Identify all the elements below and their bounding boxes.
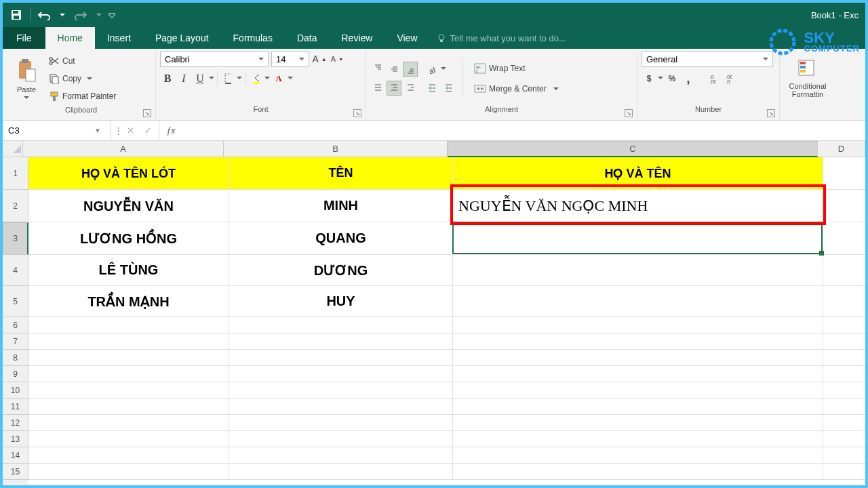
conditional-formatting-button[interactable]: Conditional Formattin [784,52,831,106]
cell-A7[interactable] [28,333,229,350]
font-color-button[interactable]: A [271,71,286,86]
row-header-4[interactable]: 4 [3,255,28,286]
font-dialog-launcher[interactable]: ↘ [353,109,361,117]
redo-dropdown[interactable] [94,4,104,26]
cell-D9[interactable] [823,366,865,382]
cell-A15[interactable] [28,464,229,480]
fx-label[interactable]: ƒx [159,121,182,140]
clipboard-dialog-launcher[interactable]: ↘ [143,109,151,117]
align-top[interactable] [370,62,385,77]
tab-page-layout[interactable]: Page Layout [143,27,221,49]
row-header-15[interactable]: 15 [3,464,28,480]
cell-A14[interactable] [28,447,229,464]
formula-input[interactable] [182,121,865,140]
increase-font-size[interactable]: A▲ [312,52,327,66]
cut-button[interactable]: Cut [45,53,120,69]
row-header-9[interactable]: 9 [3,366,28,382]
col-header-B[interactable]: B [224,141,448,157]
tab-view[interactable]: View [384,27,429,49]
increase-decimal[interactable]: .0.00 [705,71,720,86]
row-header-8[interactable]: 8 [3,350,28,366]
cell-D10[interactable] [823,382,865,399]
cell-B9[interactable] [229,366,453,382]
cell-D15[interactable] [823,464,865,480]
cell-A3[interactable]: LƯƠNG HỒNG [28,222,229,255]
redo-button[interactable] [68,4,93,26]
cell-D2[interactable] [823,190,865,222]
cancel-formula[interactable]: ✕ [122,125,138,136]
cell-A9[interactable] [28,366,229,382]
name-box-input[interactable] [3,125,91,136]
cell-C3[interactable] [453,222,823,255]
cell-D13[interactable] [823,431,865,447]
cell-D8[interactable] [823,350,865,366]
cell-B8[interactable] [229,350,453,366]
align-middle[interactable] [387,62,401,77]
cell-B4[interactable]: DƯƠNG [229,255,453,286]
percent-format[interactable]: % [665,71,679,86]
cell-D4[interactable] [823,255,865,286]
row-header-10[interactable]: 10 [3,382,28,399]
bold-button[interactable]: B [160,71,175,86]
align-center[interactable] [387,81,401,96]
cell-C6[interactable] [453,317,823,333]
orientation-button[interactable]: ab [425,62,439,77]
cell-C9[interactable] [453,366,823,382]
font-size-select[interactable]: 14 [271,52,309,67]
align-right[interactable] [403,81,418,96]
cell-B10[interactable] [229,382,453,399]
cell-A10[interactable] [28,382,229,399]
cell-B7[interactable] [229,333,453,350]
decrease-indent[interactable] [425,81,439,96]
cell-C14[interactable] [453,447,823,464]
font-name-select[interactable]: Calibri [160,52,269,67]
cell-B1[interactable]: TÊN [229,157,453,190]
decrease-decimal[interactable]: .00.0 [722,71,736,86]
cell-B13[interactable] [229,431,453,447]
align-left[interactable] [370,81,385,96]
row-header-6[interactable]: 6 [3,317,28,333]
tab-file[interactable]: File [3,27,45,49]
italic-button[interactable]: I [176,71,191,86]
cell-B12[interactable] [229,415,453,431]
cell-A5[interactable]: TRẦN MẠNH [28,286,229,317]
cell-B14[interactable] [229,447,453,464]
cell-D12[interactable] [823,415,865,431]
row-header-5[interactable]: 5 [3,286,28,317]
cell-C12[interactable] [453,415,823,431]
number-format-select[interactable]: General [642,52,773,67]
cell-B3[interactable]: QUANG [229,222,453,255]
cell-C15[interactable] [453,464,823,480]
select-all-corner[interactable] [3,141,23,157]
cell-C2[interactable]: NGUYỄN VĂN NGỌC MINH [453,190,823,222]
tab-review[interactable]: Review [330,27,385,49]
cell-D14[interactable] [823,447,865,464]
align-bottom[interactable] [403,62,418,77]
decrease-font-size[interactable]: A▼ [330,52,344,66]
row-header-7[interactable]: 7 [3,333,28,350]
fill-color-button[interactable] [248,71,263,86]
underline-button[interactable]: U [193,71,208,86]
cell-C1[interactable]: HỌ VÀ TÊN [453,157,823,190]
cell-D1[interactable] [823,157,865,190]
row-header-12[interactable]: 12 [3,415,28,431]
format-painter-button[interactable]: Format Painter [45,88,120,104]
cell-B6[interactable] [229,317,453,333]
cell-B2[interactable]: MINH [229,190,453,222]
name-box[interactable]: ▼ [3,121,111,140]
cell-C10[interactable] [453,382,823,399]
tab-insert[interactable]: Insert [95,27,143,49]
cell-D7[interactable] [823,333,865,350]
copy-button[interactable]: Copy [45,70,120,87]
cell-B5[interactable]: HUY [229,286,453,317]
cell-A12[interactable] [28,415,229,431]
col-header-A[interactable]: A [23,141,224,157]
cell-D6[interactable] [823,317,865,333]
cell-D11[interactable] [823,399,865,415]
cell-A1[interactable]: HỌ VÀ TÊN LÓT [28,157,229,190]
row-header-1[interactable]: 1 [3,157,28,190]
tell-me-search[interactable]: Tell me what you want to do... [430,28,573,49]
tab-formulas[interactable]: Formulas [221,27,285,49]
undo-button[interactable] [32,4,56,26]
row-header-2[interactable]: 2 [3,190,28,222]
